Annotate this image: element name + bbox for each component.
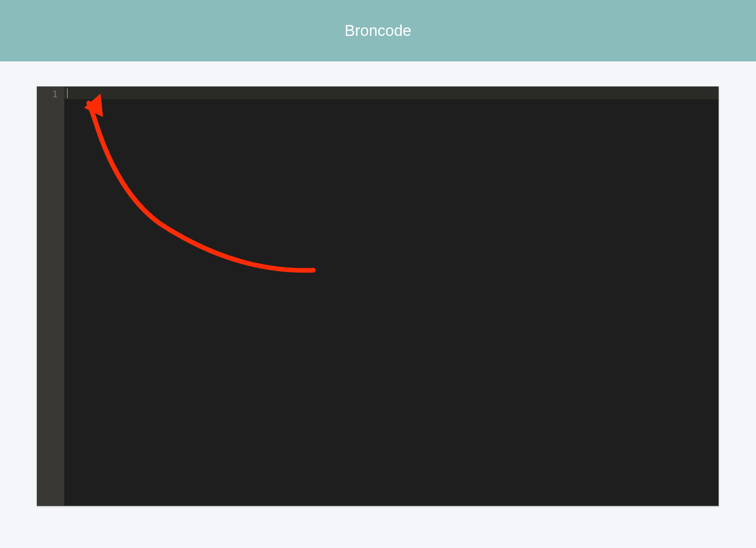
code-editor[interactable]: 1 (37, 86, 719, 506)
active-line-highlight (64, 87, 718, 99)
app-title: Broncode (344, 22, 411, 40)
code-area[interactable] (64, 87, 718, 505)
header: Broncode (0, 0, 756, 61)
line-number: 1 (37, 88, 64, 100)
line-number-gutter: 1 (37, 87, 64, 505)
text-cursor (67, 88, 68, 98)
